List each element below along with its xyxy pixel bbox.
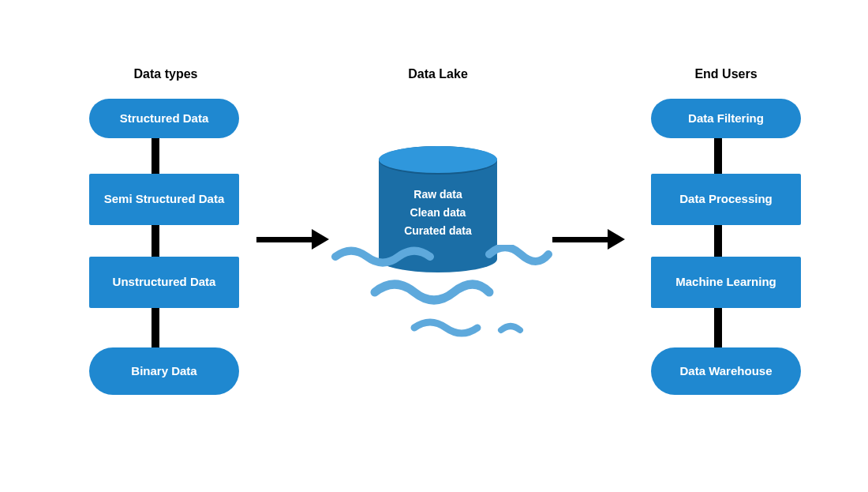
heading-end-users: End Users [655, 67, 797, 81]
data-lake-cylinder: Raw data Clean data Curated data [379, 146, 497, 272]
node-data-filtering: Data Filtering [651, 99, 801, 138]
node-machine-learning: Machine Learning [651, 257, 801, 308]
node-semi-structured-data: Semi Structured Data [89, 174, 239, 225]
cylinder-line-clean: Clean data [379, 206, 497, 219]
arrow-shaft [552, 237, 608, 242]
node-unstructured-data: Unstructured Data [89, 257, 239, 308]
node-data-processing: Data Processing [651, 174, 801, 225]
arrow-shaft [256, 237, 312, 242]
heading-data-lake: Data Lake [375, 67, 501, 81]
heading-data-types: Data types [95, 67, 237, 81]
cylinder-line-raw: Raw data [379, 188, 497, 201]
cylinder-labels: Raw data Clean data Curated data [379, 182, 497, 242]
cylinder-line-curated: Curated data [379, 224, 497, 237]
arrow-head-icon [608, 229, 625, 250]
arrow-types-to-lake [256, 229, 329, 250]
node-structured-data: Structured Data [89, 99, 239, 138]
node-binary-data: Binary Data [89, 347, 239, 395]
cylinder-top-icon [379, 146, 497, 173]
arrow-head-icon [312, 229, 329, 250]
node-data-warehouse: Data Warehouse [651, 347, 801, 395]
arrow-lake-to-users [552, 229, 625, 250]
diagram-canvas: Data types Data Lake End Users Structure… [0, 0, 868, 492]
